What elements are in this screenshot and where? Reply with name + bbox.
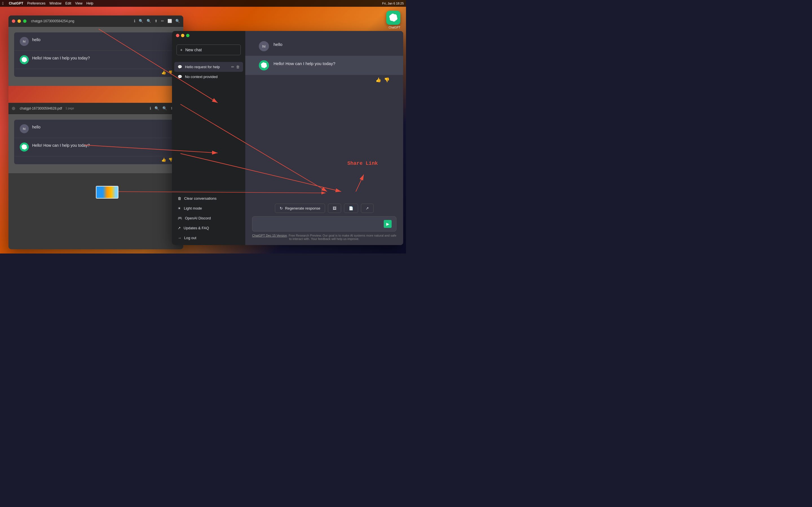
assistant-avatar-pdf bbox=[20, 143, 29, 152]
delete-chat-icon[interactable]: 🗑 bbox=[236, 65, 240, 69]
send-button[interactable]: ▶ bbox=[384, 220, 392, 228]
chat-icon-2: 💬 bbox=[177, 75, 182, 79]
pdf-icon: 📄 bbox=[349, 206, 353, 210]
traffic-light-green[interactable] bbox=[23, 19, 27, 23]
regenerate-icon: ↻ bbox=[280, 206, 283, 210]
regenerate-response-button[interactable]: ↻ Regenerate response bbox=[275, 204, 325, 213]
sidebar-footer: 🗑 Clear conversations ☀ Light mode 🎮 Ope… bbox=[172, 191, 245, 245]
export-pdf-button[interactable]: 📄 bbox=[344, 204, 358, 213]
chat-input-area: ↻ Regenerate response 🖼 📄 ↗ ▶ bbox=[245, 199, 403, 245]
assistant-msg-png: Hello! How can I help you today? bbox=[14, 51, 177, 69]
assistant-msg-text-pdf: Hello! How can I help you today? bbox=[32, 143, 172, 149]
light-mode-item[interactable]: ☀ Light mode bbox=[174, 203, 243, 213]
traffic-light-red[interactable] bbox=[12, 19, 15, 23]
assistant-avatar-png bbox=[20, 55, 29, 64]
export-png-button[interactable]: 🖼 bbox=[328, 204, 341, 213]
discord-icon: 🎮 bbox=[177, 216, 182, 220]
chat-main: hi hello Hello! How can I help you today… bbox=[245, 31, 403, 245]
updates-faq-item[interactable]: ↗ Updates & FAQ bbox=[174, 223, 243, 233]
preview-pdf-subtitle: 1 page bbox=[65, 107, 74, 110]
thumbs-up-icon-pdf[interactable]: 👍 bbox=[161, 158, 166, 162]
chat-icon-1: 💬 bbox=[177, 65, 182, 69]
menubar-help[interactable]: Help bbox=[86, 1, 93, 5]
menubar:  ChatGPT Preferences Window Edit View H… bbox=[0, 0, 406, 7]
menubar-left:  ChatGPT Preferences Window Edit View H… bbox=[2, 1, 93, 6]
thumbs-up-main[interactable]: 👍 bbox=[375, 77, 381, 82]
menubar-preferences[interactable]: Preferences bbox=[27, 1, 45, 5]
window-tl-yellow[interactable] bbox=[181, 34, 185, 37]
sidebar-chat-item-hello-request[interactable]: 💬 Hello request for help ✏ 🗑 bbox=[174, 62, 243, 72]
sidebar-chat-item-no-context[interactable]: 💬 No context provided bbox=[174, 72, 243, 82]
assistant-avatar-main bbox=[259, 60, 269, 70]
clear-conversations-item[interactable]: 🗑 Clear conversations bbox=[174, 193, 243, 203]
chatgpt-dock-label: ChatGPT bbox=[385, 26, 404, 29]
preview-content-png: hi hello Hello! How can I help you today… bbox=[8, 27, 183, 86]
search-icon[interactable]: 🔍 bbox=[175, 19, 180, 23]
trash-icon: 🗑 bbox=[177, 196, 181, 201]
menubar-edit[interactable]: Edit bbox=[65, 1, 71, 5]
preview-titlebar-pdf: chatgpt-1673000594628.pdf 1 page ℹ 🔍 🔍 ⬆… bbox=[8, 103, 183, 114]
user-msg-png: hi hello bbox=[14, 33, 177, 51]
edit-chat-icon[interactable]: ✏ bbox=[231, 65, 234, 69]
pdf-zoom-out-icon[interactable]: 🔍 bbox=[154, 106, 159, 110]
edit-icon[interactable]: ✏ bbox=[161, 19, 164, 23]
sun-icon: ☀ bbox=[177, 206, 181, 210]
menubar-right: Fri, Jan 6 18:25 bbox=[382, 2, 404, 5]
preview-pdf-filename: chatgpt-1673000594628.pdf bbox=[20, 107, 62, 110]
crop-icon[interactable]: ⬜ bbox=[167, 19, 172, 23]
assistant-msg-text-png: Hello! How can I help you today? bbox=[32, 55, 172, 61]
zoom-out-icon[interactable]: 🔍 bbox=[147, 19, 151, 23]
chat-input-controls: ↻ Regenerate response 🖼 📄 ↗ bbox=[252, 204, 396, 213]
share-icon-main: ↗ bbox=[366, 206, 369, 210]
chat-item-actions: ✏ 🗑 bbox=[231, 65, 240, 69]
menubar-view[interactable]: View bbox=[75, 1, 83, 5]
new-chat-plus-icon: + bbox=[180, 48, 183, 52]
discord-item[interactable]: 🎮 OpenAI Discord bbox=[174, 213, 243, 223]
desktop:  ChatGPT Preferences Window Edit View H… bbox=[0, 0, 406, 253]
chatgpt-window: + New chat 💬 Hello request for help ✏ 🗑 … bbox=[172, 31, 403, 245]
traffic-light-yellow[interactable] bbox=[17, 19, 21, 23]
msg-actions-png: 👍 👎 bbox=[14, 69, 177, 77]
pdf-divider bbox=[8, 86, 183, 103]
share-link-button[interactable]: ↗ bbox=[361, 204, 373, 213]
clear-conversations-label: Clear conversations bbox=[184, 196, 216, 201]
menubar-app-name[interactable]: ChatGPT bbox=[9, 1, 23, 5]
discord-label: OpenAI Discord bbox=[185, 216, 211, 220]
menubar-window[interactable]: Window bbox=[49, 1, 61, 5]
sidebar-chat-list: 💬 Hello request for help ✏ 🗑 💬 No contex… bbox=[172, 60, 245, 191]
chat-input-field[interactable] bbox=[257, 222, 384, 226]
info-icon[interactable]: ℹ bbox=[134, 19, 135, 23]
thumbs-up-icon-png[interactable]: 👍 bbox=[161, 70, 166, 75]
thumbs-down-main[interactable]: 👎 bbox=[384, 77, 390, 82]
chat-input-box: ▶ bbox=[252, 216, 396, 231]
zoom-in-icon[interactable]: 🔍 bbox=[139, 19, 143, 23]
chatgpt-dock-icon[interactable] bbox=[386, 11, 400, 25]
preview-window-png: chatgpt-1673000584254.png ℹ 🔍 🔍 ⬆ ✏ ⬜ 🔍 … bbox=[8, 15, 183, 249]
user-message-row: hi hello bbox=[245, 37, 403, 56]
new-chat-button[interactable]: + New chat bbox=[176, 45, 241, 55]
pdf-info-icon[interactable]: ℹ bbox=[150, 106, 151, 110]
share-link-label: Share Link bbox=[347, 161, 378, 166]
user-avatar-pdf: hi bbox=[20, 124, 29, 133]
user-avatar-png: hi bbox=[20, 37, 29, 46]
msg-actions-pdf: 👍 👎 bbox=[14, 156, 177, 164]
window-tl-red[interactable] bbox=[176, 34, 179, 37]
tooltip-img-inner bbox=[96, 186, 118, 198]
image-icon: 🖼 bbox=[333, 206, 336, 210]
share-icon[interactable]: ⬆ bbox=[154, 19, 158, 23]
logout-item[interactable]: → Log out bbox=[174, 233, 243, 243]
apple-menu[interactable]:  bbox=[2, 1, 4, 6]
regenerate-label: Regenerate response bbox=[285, 206, 320, 210]
user-avatar-main: hi bbox=[259, 41, 269, 51]
chat-messages: hi hello Hello! How can I help you today… bbox=[245, 31, 403, 199]
user-msg-text-pdf: hello bbox=[32, 124, 172, 130]
new-chat-label: New chat bbox=[185, 48, 202, 52]
window-tl-green[interactable] bbox=[186, 34, 190, 37]
preview-png-filename: chatgpt-1673000584254.png bbox=[31, 19, 74, 23]
light-mode-label: Light mode bbox=[184, 206, 202, 210]
footer-version-link[interactable]: ChatGPT Dec 15 Version bbox=[252, 234, 287, 237]
preview-titlebar-png: chatgpt-1673000584254.png ℹ 🔍 🔍 ⬆ ✏ ⬜ 🔍 bbox=[8, 15, 183, 27]
sidebar-chat-label-2: No context provided bbox=[185, 75, 218, 79]
window-traffic-lights bbox=[172, 31, 245, 40]
pdf-zoom-in-icon[interactable]: 🔍 bbox=[162, 106, 167, 110]
